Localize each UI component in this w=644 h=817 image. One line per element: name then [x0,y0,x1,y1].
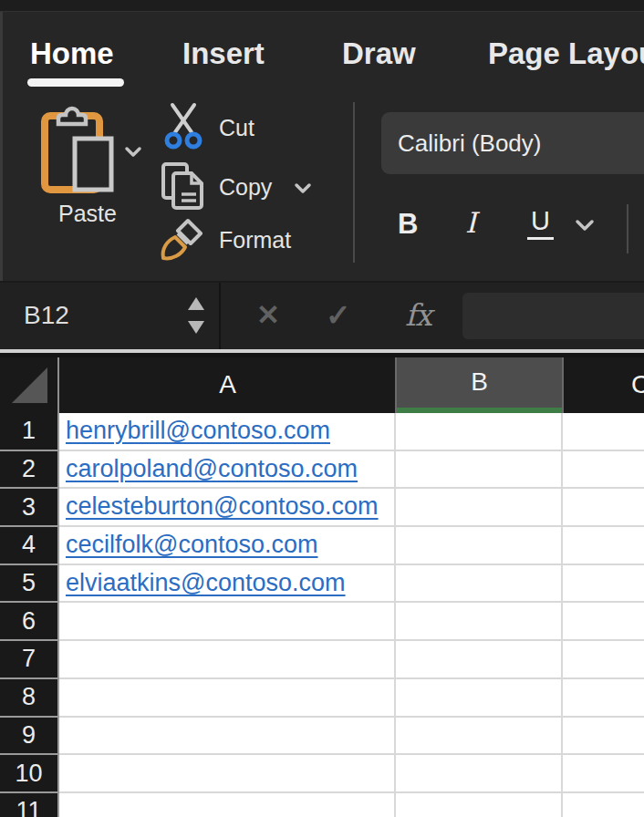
name-box-spinner-down-icon[interactable] [188,321,204,334]
italic-button[interactable]: I [465,206,476,239]
cell-column-c[interactable] [563,679,644,718]
cell-column-b[interactable] [396,565,563,604]
email-hyperlink[interactable]: cecilfolk@contoso.com [59,527,318,562]
table-row: 7 [0,641,644,679]
formula-input[interactable] [462,293,644,339]
row-header[interactable]: 11 [0,793,59,817]
cell-column-b[interactable] [396,718,563,756]
cell-column-b[interactable] [396,679,563,718]
cell-column-b[interactable] [396,413,563,451]
row-header[interactable]: 2 [0,451,59,490]
column-header-b-selected[interactable]: B [396,357,563,413]
select-all-triangle-icon [12,367,47,403]
cut-scissors-icon[interactable] [163,102,203,150]
cell-column-c[interactable] [563,793,644,817]
cancel-icon[interactable]: ✕ [256,283,280,348]
paste-button[interactable]: Paste [33,201,142,227]
cell-column-c[interactable] [563,641,644,679]
row-header[interactable]: 4 [0,527,59,565]
cell-column-c[interactable] [563,413,644,451]
cell-column-a[interactable]: celesteburton@contoso.com [59,489,396,527]
row-header[interactable]: 8 [0,679,59,718]
underline-dropdown-chevron-icon[interactable] [575,219,595,232]
font-name-value: Calibri (Body) [398,112,542,174]
table-row: 3celesteburton@contoso.com [0,489,644,527]
tab-insert[interactable]: Insert [182,33,265,75]
table-row: 6 [0,603,644,641]
paste-clipboard-icon[interactable] [38,100,119,195]
table-row: 5elviaatkins@contoso.com [0,565,644,604]
cell-column-a[interactable] [59,755,396,793]
column-header-row: A B C [0,357,644,413]
table-row: 10 [0,755,644,793]
header-separator [562,357,564,413]
column-header-a[interactable]: A [59,357,396,413]
enter-check-icon[interactable]: ✓ [326,283,351,348]
font-name-dropdown[interactable]: Calibri (Body) [381,112,644,174]
copy-pages-icon[interactable] [161,161,206,211]
formula-bar: B12 ✕ ✓ fx [0,281,644,349]
tab-home[interactable]: Home [30,33,114,75]
cell-column-b[interactable] [396,489,563,527]
cell-column-c[interactable] [563,565,644,604]
cell-column-a[interactable]: carolpoland@contoso.com [59,451,396,490]
cell-column-a[interactable]: elviaatkins@contoso.com [59,565,396,604]
email-hyperlink[interactable]: carolpoland@contoso.com [59,451,358,486]
cut-button[interactable]: Cut [219,115,254,141]
bold-button[interactable]: B [398,208,418,241]
row-header[interactable]: 1 [0,413,59,451]
copy-button[interactable]: Copy [219,174,272,201]
active-tab-underline [27,78,124,87]
copy-dropdown-chevron-icon[interactable] [294,182,312,194]
tab-page-layout[interactable]: Page Layout [488,33,644,75]
header-separator [395,357,397,413]
cell-column-c[interactable] [563,527,644,565]
cell-column-c[interactable] [563,755,644,793]
cell-column-a[interactable] [59,679,396,718]
name-box[interactable]: B12 [24,283,69,348]
email-hyperlink[interactable]: elviaatkins@contoso.com [59,565,346,600]
cell-column-a[interactable] [59,641,396,679]
cell-column-b[interactable] [396,603,563,641]
table-row: 8 [0,679,644,718]
cell-column-a[interactable] [59,793,396,817]
cell-column-b[interactable] [396,641,563,679]
paste-dropdown-chevron-icon[interactable] [124,146,142,158]
sheet-rows: 1henrybrill@contoso.com2carolpoland@cont… [0,413,644,817]
formula-bar-divider [219,283,221,349]
cell-column-a[interactable]: cecilfolk@contoso.com [59,527,396,565]
format-button[interactable]: Format [219,227,291,253]
row-header[interactable]: 10 [0,755,59,793]
name-box-spinner-up-icon[interactable] [188,297,204,310]
row-header[interactable]: 7 [0,641,59,679]
column-header-c[interactable]: C [563,357,644,413]
underline-button[interactable]: U [527,206,554,240]
cell-column-c[interactable] [563,603,644,641]
row-header[interactable]: 6 [0,603,59,641]
cell-column-a[interactable] [59,718,396,756]
row-header[interactable]: 3 [0,489,59,527]
cell-column-b[interactable] [396,755,563,793]
excel-dark-chrome: Home Insert Draw Page Layout Paste Cut C… [0,0,644,357]
cell-column-a[interactable] [59,603,396,641]
cell-column-c[interactable] [563,451,644,490]
table-row: 4cecilfolk@contoso.com [0,527,644,565]
cell-column-b[interactable] [396,451,563,490]
row-header[interactable]: 9 [0,718,59,756]
email-hyperlink[interactable]: celesteburton@contoso.com [59,489,379,523]
table-row: 2carolpoland@contoso.com [0,451,644,490]
format-brush-icon[interactable] [157,217,206,266]
tab-draw[interactable]: Draw [342,33,416,75]
insert-function-fx-icon[interactable]: fx [405,283,431,348]
cell-column-a[interactable]: henrybrill@contoso.com [59,413,396,451]
cell-column-c[interactable] [563,489,644,527]
cell-column-b[interactable] [396,527,563,565]
header-separator [57,357,59,413]
email-hyperlink[interactable]: henrybrill@contoso.com [59,413,330,448]
cell-column-b[interactable] [396,793,563,817]
row-header[interactable]: 5 [0,565,59,604]
cell-column-c[interactable] [563,718,644,756]
table-row: 11 [0,793,644,817]
table-row: 1henrybrill@contoso.com [0,413,644,451]
select-all-corner[interactable] [0,357,57,413]
